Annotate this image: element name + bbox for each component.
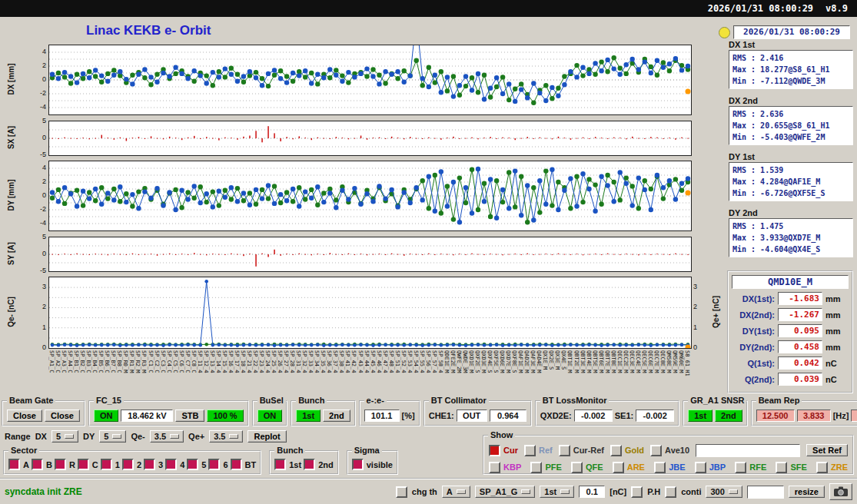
axis-tick: 2	[26, 303, 46, 310]
interval-select[interactable]: 300	[706, 486, 742, 498]
bunch-checkbox-1st[interactable]: 1st	[274, 459, 301, 470]
show-group2-toggle-are[interactable]: ARE	[613, 462, 645, 473]
bpm-label: SP_43_4	[357, 350, 364, 373]
dy-chart[interactable]	[48, 161, 692, 231]
bpm-label: SP_B2_C	[79, 350, 85, 373]
sector-checkbox-6[interactable]: 6	[208, 459, 228, 470]
show-group2-toggle-sfe[interactable]: SFE	[776, 462, 806, 473]
sector-checkbox-2[interactable]: 2	[122, 459, 141, 470]
qe-axis-label: Qe- [nC]	[7, 297, 15, 327]
panel-title: Bunch	[296, 396, 327, 405]
sigma-checkbox-visible[interactable]: visible	[352, 459, 393, 470]
sector-checkbox-c[interactable]: C	[78, 459, 98, 470]
show-panel-title: Show	[488, 430, 515, 439]
bpm-label: QAF1E_M	[517, 350, 523, 373]
sector-checkbox-b[interactable]: B	[32, 459, 52, 470]
show-group2-toggle-qfe[interactable]: QFE	[571, 462, 603, 473]
checkbox-label: 3	[158, 460, 163, 469]
show-group2-toggle-jbp[interactable]: JBP	[695, 462, 726, 473]
bpm-label: SP_B3_C	[85, 350, 91, 373]
option-5[interactable]: 5	[51, 430, 78, 443]
axis-tick: 2	[26, 177, 46, 185]
sector-checkbox-1[interactable]: 1	[101, 459, 120, 470]
stb-button[interactable]: STB	[175, 410, 204, 422]
show-toggle-cur[interactable]: Cur	[489, 445, 518, 456]
bpm-label: QWDE_3M	[462, 350, 468, 373]
show-toggle-cur-ref[interactable]: Cur-Ref	[559, 445, 604, 456]
show-group2-toggle-jbe[interactable]: JBE	[654, 462, 685, 473]
bpm-label: SP_56_4	[425, 350, 431, 373]
chg-th-checkbox[interactable]	[396, 486, 407, 498]
interval-extra-field[interactable]	[747, 486, 784, 499]
bunch-select[interactable]: 1st	[540, 486, 574, 498]
show-group2-toggle-zre[interactable]: ZRE	[816, 462, 848, 473]
option-5[interactable]: 5	[99, 430, 126, 443]
panel-body: 12.5003.833[Hz]30.667[%]	[752, 402, 857, 425]
conti-checkbox[interactable]	[665, 486, 676, 498]
toggle-label: Cur	[503, 446, 518, 455]
show-group2-toggle-pfe[interactable]: PFE	[530, 462, 561, 473]
threshold-field[interactable]: 0.1	[579, 486, 605, 498]
option-3-5[interactable]: 3.5	[209, 430, 243, 443]
sector-controls-row: SectorABRC123456BTBunch1st2ndSigmavisibl…	[3, 450, 398, 475]
show-group2-toggle-rfe[interactable]: RFE	[735, 462, 766, 473]
sector-checkbox-3[interactable]: 3	[144, 459, 163, 470]
show-toggle-gold[interactable]: Gold	[610, 445, 644, 456]
close-button[interactable]: Close	[7, 410, 42, 422]
hz-label: [Hz]	[833, 411, 849, 420]
option-3-5[interactable]: 3.5	[150, 430, 184, 443]
monitor-select[interactable]: SP_A1_G	[475, 486, 536, 498]
sx-chart[interactable]	[48, 121, 692, 156]
dx-chart[interactable]	[48, 45, 692, 115]
ref-file-input[interactable]	[696, 444, 800, 457]
set-ref-button[interactable]: Set Ref	[806, 444, 848, 456]
bpm-label: SP_53_4	[407, 350, 413, 373]
threshold-unit-label: [nC]	[610, 487, 626, 496]
axis-tick-right: 0	[693, 343, 709, 351]
show-group2-toggle-kbp[interactable]: KBP	[489, 462, 521, 473]
panel-bt-lossmonitor: BT LossMonitorQXD2E:-0.002SE1:-0.002	[535, 400, 679, 426]
checkbox-label: 4	[180, 460, 184, 469]
show-toggle-ave10[interactable]: Ave10	[650, 445, 689, 456]
status-bar: syncdata init ZRE chg th A SP_A1_G 1st 0…	[0, 478, 857, 504]
sector-checkbox-r[interactable]: R	[55, 459, 75, 470]
monitor-row-value: 0.458	[778, 340, 822, 353]
close-button[interactable]: Close	[45, 410, 80, 422]
qe-chart[interactable]	[48, 277, 692, 349]
panel-title: Beam Gate	[7, 396, 55, 405]
sy-chart[interactable]	[48, 237, 692, 272]
ph-checkbox[interactable]	[631, 486, 643, 498]
sector-checkbox-4[interactable]: 4	[165, 459, 184, 470]
toggle-label: KBP	[503, 463, 521, 472]
1st-indicator[interactable]: 1st	[688, 410, 713, 422]
ph-label: P.H	[647, 487, 660, 496]
sector-checkbox-a[interactable]: A	[8, 459, 29, 470]
checkbox-label: 2	[137, 460, 141, 469]
axis-tick: -5	[26, 151, 46, 158]
monitor-row-q-2nd: Q(2nd):0.039nC	[732, 373, 849, 386]
stat-values-box: RMS : 2.636Max : 20.655@S8_61_H1Min : -5…	[729, 106, 853, 145]
bunch-checkbox-2nd[interactable]: 2nd	[304, 459, 334, 470]
30-667-readback: 30.667	[851, 410, 857, 422]
show-toggle-ref[interactable]: Ref	[524, 445, 553, 456]
sector-select[interactable]: A	[442, 486, 470, 498]
resize-button[interactable]: resize	[789, 486, 825, 498]
bunch-group-body: 1st2nd	[271, 452, 337, 473]
replot-button[interactable]: Replot	[247, 430, 286, 443]
0-964-readback: 0.964	[490, 410, 526, 422]
sector-checkbox-5[interactable]: 5	[187, 459, 206, 470]
checkbox-box	[274, 459, 286, 470]
stat-group-dx-2nd: DX 2ndRMS : 2.636Max : 20.655@S8_61_H1Mi…	[729, 96, 853, 145]
option-menu-indicator	[229, 434, 238, 439]
bpm-label: SP_B5_C	[98, 350, 104, 373]
2nd-button[interactable]: 2nd	[323, 410, 350, 422]
on-indicator[interactable]: ON	[94, 410, 119, 422]
snapshot-button[interactable]	[829, 483, 852, 500]
2nd-indicator[interactable]: 2nd	[715, 410, 742, 422]
sector-checkbox-bt[interactable]: BT	[231, 459, 257, 470]
bpm-label: SP_51_4	[394, 350, 400, 373]
on-indicator[interactable]: ON	[257, 410, 283, 422]
1st-indicator[interactable]: 1st	[296, 410, 321, 422]
100-indicator[interactable]: 100 %	[207, 410, 243, 422]
toggle-label: JBE	[669, 463, 685, 472]
